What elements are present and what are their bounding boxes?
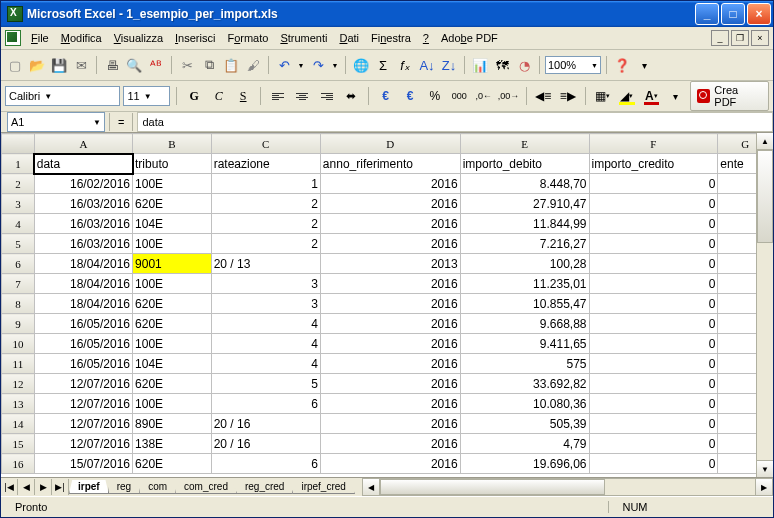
cell-D12[interactable]: 2016	[320, 374, 460, 394]
percent-icon[interactable]: %	[424, 86, 446, 106]
cell-E12[interactable]: 33.692,82	[460, 374, 589, 394]
cell-D4[interactable]: 2016	[320, 214, 460, 234]
mail-icon[interactable]: ✉	[71, 55, 91, 75]
cell-B2[interactable]: 100E	[133, 174, 212, 194]
doc-minimize-button[interactable]: _	[711, 30, 729, 46]
cell-D2[interactable]: 2016	[320, 174, 460, 194]
borders-icon[interactable]: ▦▾	[591, 86, 613, 106]
cell-F12[interactable]: 0	[589, 374, 718, 394]
sheet-tab-irpef_cred[interactable]: irpef_cred	[292, 480, 354, 494]
cell-A6[interactable]: 18/04/2016	[34, 254, 132, 274]
column-header-D[interactable]: D	[320, 134, 460, 154]
formula-input[interactable]: data	[137, 112, 773, 132]
vscroll-thumb[interactable]	[757, 150, 773, 243]
cell-B9[interactable]: 620E	[133, 314, 212, 334]
row-header-16[interactable]: 16	[2, 454, 35, 474]
merge-center-icon[interactable]: ⬌	[340, 86, 362, 106]
font-name-combo[interactable]: Calibri▼	[5, 86, 120, 106]
cell-A15[interactable]: 12/07/2016	[34, 434, 132, 454]
cell-D1[interactable]: anno_riferimento	[320, 154, 460, 174]
row-header-5[interactable]: 5	[2, 234, 35, 254]
select-all-corner[interactable]	[2, 134, 35, 154]
column-header-E[interactable]: E	[460, 134, 589, 154]
row-header-10[interactable]: 10	[2, 334, 35, 354]
row-header-3[interactable]: 3	[2, 194, 35, 214]
cell-A10[interactable]: 16/05/2016	[34, 334, 132, 354]
cell-B14[interactable]: 890E	[133, 414, 212, 434]
toolbar-options2-icon[interactable]: ▾	[665, 86, 687, 106]
cell-F11[interactable]: 0	[589, 354, 718, 374]
cell-A7[interactable]: 18/04/2016	[34, 274, 132, 294]
align-left-icon[interactable]	[267, 86, 289, 106]
minimize-button[interactable]: _	[695, 3, 719, 25]
cell-A2[interactable]: 16/02/2016	[34, 174, 132, 194]
increase-indent-icon[interactable]: ≡▶	[557, 86, 579, 106]
menu-visualizza[interactable]: Visualizza	[108, 30, 169, 46]
font-size-combo[interactable]: 11▼	[123, 86, 170, 106]
cell-B8[interactable]: 620E	[133, 294, 212, 314]
cell-E2[interactable]: 8.448,70	[460, 174, 589, 194]
font-color-icon[interactable]: A▾	[641, 86, 663, 106]
cell-B11[interactable]: 104E	[133, 354, 212, 374]
scroll-right-icon[interactable]: ▶	[755, 479, 772, 495]
cell-F9[interactable]: 0	[589, 314, 718, 334]
spellcheck-icon[interactable]: ᴬᴮ	[146, 55, 166, 75]
toolbar-options-icon[interactable]: ▾	[634, 55, 654, 75]
column-header-F[interactable]: F	[589, 134, 718, 154]
cell-B13[interactable]: 100E	[133, 394, 212, 414]
sheet-tab-reg_cred[interactable]: reg_cred	[236, 480, 293, 494]
row-header-2[interactable]: 2	[2, 174, 35, 194]
cell-B3[interactable]: 620E	[133, 194, 212, 214]
menu-strumenti[interactable]: Strumenti	[274, 30, 333, 46]
cell-D10[interactable]: 2016	[320, 334, 460, 354]
cell-D9[interactable]: 2016	[320, 314, 460, 334]
cell-C13[interactable]: 6	[211, 394, 320, 414]
currency-icon[interactable]: €	[375, 86, 397, 106]
cell-A16[interactable]: 15/07/2016	[34, 454, 132, 474]
row-header-4[interactable]: 4	[2, 214, 35, 234]
cell-F16[interactable]: 0	[589, 454, 718, 474]
row-header-11[interactable]: 11	[2, 354, 35, 374]
name-box[interactable]: A1▼	[7, 112, 105, 132]
menu-formato[interactable]: Formato	[221, 30, 274, 46]
copy-icon[interactable]: ⧉	[199, 55, 219, 75]
cell-F15[interactable]: 0	[589, 434, 718, 454]
tab-nav-last-icon[interactable]: ▶|	[52, 479, 69, 495]
column-header-A[interactable]: A	[34, 134, 132, 154]
cell-F1[interactable]: importo_credito	[589, 154, 718, 174]
hscroll-thumb[interactable]	[380, 479, 605, 495]
tab-nav-prev-icon[interactable]: ◀	[18, 479, 35, 495]
cell-C1[interactable]: rateazione	[211, 154, 320, 174]
cell-A3[interactable]: 16/03/2016	[34, 194, 132, 214]
print-icon[interactable]: 🖶	[102, 55, 122, 75]
cell-C9[interactable]: 4	[211, 314, 320, 334]
sort-desc-icon[interactable]: Z↓	[439, 55, 459, 75]
cell-C11[interactable]: 4	[211, 354, 320, 374]
column-header-B[interactable]: B	[133, 134, 212, 154]
cell-E16[interactable]: 19.696,06	[460, 454, 589, 474]
cell-B5[interactable]: 100E	[133, 234, 212, 254]
paste-icon[interactable]: 📋	[221, 55, 241, 75]
cell-A4[interactable]: 16/03/2016	[34, 214, 132, 234]
cell-C4[interactable]: 2	[211, 214, 320, 234]
cell-A13[interactable]: 12/07/2016	[34, 394, 132, 414]
cell-B15[interactable]: 138E	[133, 434, 212, 454]
cell-E9[interactable]: 9.668,88	[460, 314, 589, 334]
cell-A8[interactable]: 18/04/2016	[34, 294, 132, 314]
open-icon[interactable]: 📂	[27, 55, 47, 75]
hyperlink-icon[interactable]: 🌐	[351, 55, 371, 75]
row-header-1[interactable]: 1	[2, 154, 35, 174]
cell-E8[interactable]: 10.855,47	[460, 294, 589, 314]
cell-F5[interactable]: 0	[589, 234, 718, 254]
cell-D11[interactable]: 2016	[320, 354, 460, 374]
cell-F6[interactable]: 0	[589, 254, 718, 274]
cell-D15[interactable]: 2016	[320, 434, 460, 454]
drawing-icon[interactable]: ◔	[514, 55, 534, 75]
doc-restore-button[interactable]: ❐	[731, 30, 749, 46]
menu-dati[interactable]: Dati	[333, 30, 365, 46]
cell-E6[interactable]: 100,28	[460, 254, 589, 274]
italic-icon[interactable]: C	[208, 86, 230, 106]
cell-A12[interactable]: 12/07/2016	[34, 374, 132, 394]
doc-control-icon[interactable]	[5, 30, 21, 46]
cell-C2[interactable]: 1	[211, 174, 320, 194]
